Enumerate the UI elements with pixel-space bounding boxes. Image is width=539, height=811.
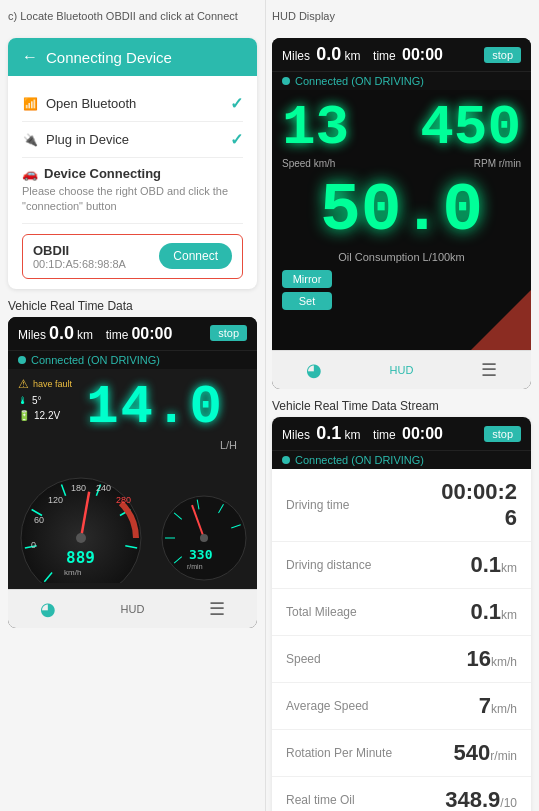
volt-value: 12.2V [34,410,60,421]
nav-item-hud-hud[interactable]: HUD [390,364,414,376]
connect-device-body: 📶 Open Bluetooth ✓ 🔌 Plug in Device ✓ 🚗 … [8,76,257,289]
miles-unit-left: km [77,328,93,342]
stream-data-rows: Driving time 00:00:26 Driving distance 0… [272,469,531,811]
stream-card: Miles 0.1 km time 00:00 stop Connected (… [272,417,531,811]
time-value-left: 00:00 [131,325,172,343]
dash-body-left: ⚠ have fault 🌡 5° 🔋 12.2V 14.0 L [8,369,257,589]
stream-time-prefix: time [373,428,399,442]
total-mileage-label: Total Mileage [286,605,470,619]
step3-row: 🚗 Device Connecting Please choose the ri… [22,158,243,224]
driving-time-label: Driving time [286,498,441,512]
nav-item-menu-left[interactable]: ☰ [209,598,225,620]
connect-device-header: ← Connecting Device [8,38,257,76]
stream-stop-button[interactable]: stop [484,426,521,442]
tachometer-svg: 330 r/min [159,493,249,583]
hud-miles-prefix: Miles [282,49,313,63]
hud-stop-button[interactable]: stop [484,47,521,63]
svg-text:120: 120 [48,495,63,505]
svg-text:330: 330 [189,547,213,562]
stop-button-left[interactable]: stop [210,325,247,341]
total-mileage-value: 0.1km [470,599,517,625]
hud-miles-unit: km [344,49,360,63]
stream-miles: Miles 0.1 km time 00:00 [282,423,443,444]
svg-text:240: 240 [96,483,111,493]
svg-point-9 [76,533,86,543]
thermometer-icon: 🌡 [18,395,28,406]
stream-miles-unit: km [344,428,360,442]
stream-row-speed: Speed 16km/h [272,636,531,683]
hud-mirror-button[interactable]: Mirror [282,270,332,288]
hud-oil-value: 50.0 [282,177,521,245]
rpm-label: Rotation Per Minute [286,746,454,760]
nav-item-hud-left[interactable]: HUD [121,603,145,615]
plug-icon: 🔌 [22,132,38,148]
speedo-area-left: 0 60 120 180 240 280 889 km/h [8,449,257,589]
hud-status-text: Connected (ON DRIVING) [295,75,424,87]
stream-status-row: Connected (ON DRIVING) [272,450,531,469]
oil-value: 348.9/10 [445,787,517,811]
car-icon: 🚗 [22,166,38,181]
driving-time-value: 00:00:26 [441,479,517,531]
hud-time-prefix: time [373,49,399,63]
hud-header-row: Miles 0.0 km time 00:00 stop [272,38,531,71]
svg-text:0: 0 [31,540,36,550]
hud-buttons-area: Mirror Set [282,270,332,310]
stream-row-avg-speed: Average Speed 7km/h [272,683,531,730]
speed-value: 16km/h [467,646,518,672]
svg-text:60: 60 [34,515,44,525]
hud-status-dot [282,77,290,85]
obd-connect-button[interactable]: Connect [159,243,232,269]
hud-nav-label-left: HUD [121,603,145,615]
hud-speed-value: 13 [282,100,349,156]
hud-rpm-value: 450 [420,100,521,156]
vehicle-left-section: Vehicle Real Time Data Miles 0.0 km time… [8,299,257,628]
hud-miles-value: 0.0 [316,44,341,65]
stream-time-value: 00:00 [402,425,443,443]
stream-header: Miles 0.1 km time 00:00 stop [272,417,531,450]
oil-label: Real time Oil [286,793,445,807]
hud-triangle-decoration [471,290,531,350]
step3-sub: Please choose the right OBD and click th… [22,184,243,215]
time-prefix-left: time [106,328,129,342]
stream-row-driving-time: Driving time 00:00:26 [272,469,531,542]
svg-text:889: 889 [66,548,95,567]
stream-row-rpm: Rotation Per Minute 540r/min [272,730,531,777]
svg-text:280: 280 [116,495,131,505]
vehicle-left-label: Vehicle Real Time Data [8,299,257,313]
fault-item: ⚠ have fault [18,377,72,391]
rpm-value: 540r/min [454,740,517,766]
miles-value-left: 0.0 [49,323,74,344]
status-text-left: Connected (ON DRIVING) [31,354,160,366]
speed-label: Speed [286,652,467,666]
nav-item-dashboard-left[interactable]: ◕ [40,598,56,620]
volt-item: 🔋 12.2V [18,410,72,421]
hud-left-group: 13 Speed km/h [282,100,349,169]
speedometer-svg: 0 60 120 180 240 280 889 km/h [16,473,146,583]
avg-speed-value: 7km/h [479,693,517,719]
nav-item-menu-hud[interactable]: ☰ [481,359,497,381]
back-arrow-icon[interactable]: ← [22,48,38,66]
fault-icon: ⚠ [18,377,29,391]
bottom-nav-left: ◕ HUD ☰ [8,589,257,628]
hud-top-nums: 13 Speed km/h 450 RPM r/min [282,100,521,169]
big-number-left: 14.0 [83,377,227,438]
step1-label: Open Bluetooth [46,96,230,111]
obd-device-row: OBDII 00:1D:A5:68:98:8A Connect [22,234,243,279]
hud-nav-label-hud: HUD [390,364,414,376]
step3-title: 🚗 Device Connecting [22,166,243,181]
stream-row-oil: Real time Oil 348.9/10 [272,777,531,811]
speedometer-nav-icon-hud: ◕ [306,359,322,381]
obd-mac: 00:1D:A5:68:98:8A [33,258,126,270]
temp-value: 5° [32,395,42,406]
svg-point-26 [200,534,208,542]
nav-item-dashboard-hud[interactable]: ◕ [306,359,322,381]
dash-status-left: Connected (ON DRIVING) [8,350,257,369]
stream-row-driving-distance: Driving distance 0.1km [272,542,531,589]
hud-set-button[interactable]: Set [282,292,332,310]
step2-check-icon: ✓ [230,130,243,149]
dash-icons-left: ⚠ have fault 🌡 5° 🔋 12.2V [18,377,72,421]
dashboard-card-left: Miles 0.0 km time 00:00 stop Connected (… [8,317,257,628]
dash-miles-left: Miles 0.0 km time 00:00 [18,323,172,344]
menu-nav-icon-hud: ☰ [481,359,497,381]
step1-row: 📶 Open Bluetooth ✓ [22,86,243,122]
